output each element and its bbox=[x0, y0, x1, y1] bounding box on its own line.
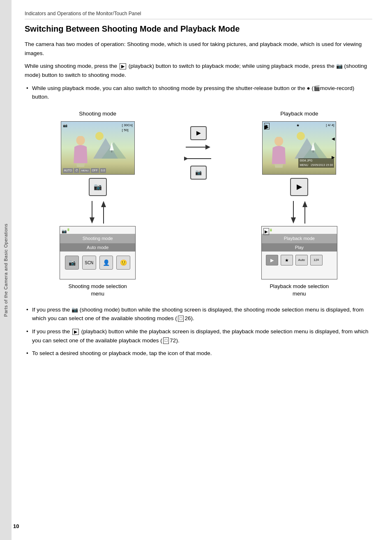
bullet-list: If you press the 📷 (shooting mode) butto… bbox=[25, 305, 372, 358]
playback-filename: 0004.JPG bbox=[300, 159, 312, 162]
shooting-screen: 📷 [ 30Cn][ 50] AUTO ⏱ MENU OFF 0.0 bbox=[61, 121, 135, 175]
auto-icon: AUTO bbox=[63, 168, 73, 173]
svg-point-5 bbox=[76, 136, 85, 145]
playback-button-arrow[interactable]: ▶ bbox=[190, 126, 207, 140]
page-title: Switching Between Shooting Mode and Play… bbox=[25, 23, 372, 34]
playback-count: [ 4/ 4] bbox=[326, 123, 334, 129]
sidebar-label: Parts of the Camera and Basic Operations bbox=[2, 224, 9, 317]
page-ref-icon-2: □ bbox=[178, 316, 184, 322]
bullet2-start: If you press the bbox=[32, 307, 70, 313]
intro-p2-start: While using shooting mode, press the bbox=[25, 63, 117, 69]
playback-icon-bullet3: ▶ bbox=[72, 329, 79, 335]
shooting-menu-icon-smile[interactable]: 🙂 bbox=[116, 256, 130, 270]
person-silhouette-playback bbox=[269, 137, 289, 168]
camera-icon-bullet2: 📷 bbox=[71, 306, 78, 314]
main-content: Indicators and Operations of the Monitor… bbox=[12, 0, 392, 540]
playback-icon-auto[interactable]: Auto bbox=[295, 255, 308, 265]
svg-marker-7 bbox=[90, 217, 95, 224]
playback-menu-title-area: Playback mode Play bbox=[262, 234, 337, 252]
playback-arrow-up: ◀ bbox=[332, 136, 335, 142]
intro-paragraph-1: The camera has two modes of operation: S… bbox=[25, 40, 372, 58]
playback-star: ★ bbox=[296, 123, 300, 129]
main-diagram: Shooting mode bbox=[25, 110, 372, 298]
shooting-menu-icon-camera[interactable]: 📷 bbox=[65, 256, 79, 270]
playback-menu-subtitle: Play bbox=[262, 243, 337, 252]
shooting-btn-area: 📷 bbox=[88, 178, 108, 226]
bullet3-ref: 72 bbox=[170, 337, 176, 344]
sidebar: Parts of the Camera and Basic Operations bbox=[0, 0, 12, 540]
arrow-down-playback bbox=[289, 201, 297, 224]
playback-side-arrows: ◀ ▶ bbox=[332, 136, 335, 160]
menu-icon: MENU bbox=[80, 168, 90, 173]
svg-point-17 bbox=[274, 137, 283, 146]
bullet2-mid: (shooting mode) button while the shootin… bbox=[32, 307, 364, 322]
shooting-selection-label: Shooting mode selection menu bbox=[68, 283, 127, 298]
screen-bottom-bar-shooting: AUTO ⏱ MENU OFF 0.0 bbox=[63, 168, 133, 173]
page: Parts of the Camera and Basic Operations… bbox=[0, 0, 392, 540]
playback-menu-title: Playback mode bbox=[262, 234, 337, 243]
playback-menu-label: MENU 15/05/2013 15:30 bbox=[300, 164, 333, 166]
playback-screen: ▶ ★ [ 4/ 4] ◀ ▶ 0004.JPG MENU 15/05/2013… bbox=[262, 121, 336, 175]
playback-selection-label: Playback mode selection menu bbox=[270, 283, 329, 298]
intro-paragraph-2: While using shooting mode, press the ▶ (… bbox=[25, 62, 372, 79]
bullet-item-2: If you press the 📷 (shooting mode) butto… bbox=[25, 305, 372, 323]
screen-info: [ 30Cn][ 50] bbox=[122, 123, 133, 133]
playback-icon-inline: ▶ bbox=[120, 63, 126, 69]
shooting-mode-label: Shooting mode bbox=[79, 110, 116, 118]
shooting-menu-icon-scene[interactable]: SCN bbox=[82, 256, 96, 270]
svg-marker-19 bbox=[291, 217, 296, 224]
camera-icon-inline: 📷 bbox=[336, 62, 343, 71]
battery-indicator: 🔋 bbox=[67, 228, 70, 232]
bullet3-start: If you press the bbox=[32, 328, 70, 335]
playback-mode-label: Playback mode bbox=[280, 110, 318, 118]
person-silhouette-shooting bbox=[69, 136, 92, 167]
bullet2-end: ). bbox=[191, 315, 194, 321]
bullet-item-4: To select a desired shooting or playback… bbox=[25, 349, 372, 358]
screen-top-bar-shooting: 📷 [ 30Cn][ 50] bbox=[63, 123, 133, 133]
shooting-bottom-icons: AUTO ⏱ MENU OFF 0.0 bbox=[63, 168, 106, 173]
playback-menu-icons-row: ▶ ★ Auto 12≡ bbox=[262, 252, 337, 269]
shooting-menu-corner-icon: 📷 bbox=[62, 228, 67, 234]
bullet1-movie-icon: 🎬 bbox=[314, 85, 320, 91]
arrow-right-svg bbox=[184, 143, 213, 152]
playback-info-bar: 0004.JPG MENU 15/05/2013 15:30 bbox=[298, 158, 334, 168]
adjust-icon: 0.0 bbox=[100, 168, 106, 173]
arrow-up-playback bbox=[301, 201, 309, 224]
bullet3-mid: (playback) button while the playback scr… bbox=[32, 328, 368, 344]
playback-icon-play[interactable]: ▶ bbox=[266, 255, 278, 265]
camera-button-arrow[interactable]: 📷 bbox=[190, 166, 207, 180]
bullet2-ref: 26 bbox=[184, 315, 191, 321]
playback-cam-icon: ▶ bbox=[264, 123, 269, 132]
arrows-middle: ▶ 📷 bbox=[174, 110, 223, 180]
bullet4-text: To select a desired shooting or playback… bbox=[32, 349, 372, 358]
playback-mode-button[interactable]: ▶ bbox=[290, 178, 308, 196]
down-up-arrows-shooting bbox=[88, 201, 108, 224]
shooting-mode-button[interactable]: 📷 bbox=[89, 178, 107, 196]
off-icon: OFF bbox=[91, 168, 99, 173]
bullet3-end: ). bbox=[176, 337, 179, 344]
arrow-left-svg bbox=[184, 154, 213, 163]
playback-icon-star[interactable]: ★ bbox=[281, 255, 293, 265]
switch-arrows: ▶ 📷 bbox=[184, 126, 213, 180]
playback-menu-corner-icon: ▶ bbox=[263, 228, 269, 235]
svg-point-2 bbox=[95, 132, 104, 140]
playback-menu-screen: ▶ 🔋 Playback mode Play ▶ ★ Auto 12≡ bbox=[261, 226, 337, 279]
playback-mode-column: Playback mode bbox=[226, 110, 372, 298]
page-number: 10 bbox=[13, 522, 19, 531]
page-ref-icon-3: □ bbox=[163, 337, 169, 344]
playback-screen-top: ▶ ★ [ 4/ 4] bbox=[264, 123, 334, 129]
bullet-item-1: While using playback mode, you can also … bbox=[25, 84, 372, 102]
arrow-up-shooting bbox=[99, 201, 108, 224]
playback-btn-area: ▶ bbox=[289, 178, 309, 226]
shooting-menu-title-bar: Shooting mode Auto mode bbox=[60, 234, 135, 252]
shooting-menu-icon-portrait[interactable]: 👤 bbox=[99, 256, 113, 270]
shooting-mode-column: Shooting mode bbox=[25, 110, 171, 298]
down-up-arrows-playback bbox=[289, 201, 309, 224]
shooting-menu-subtitle: Auto mode bbox=[60, 243, 135, 252]
cam-icon: 📷 bbox=[63, 123, 67, 133]
shooting-menu-icons-row: 📷 SCN 👤 🙂 bbox=[60, 252, 135, 274]
playback-icon-list[interactable]: 12≡ bbox=[310, 255, 323, 265]
playback-mountain-scene bbox=[295, 130, 332, 159]
timer-icon: ⏱ bbox=[74, 168, 79, 173]
intro-p2-mid: (playback) button to switch to playback … bbox=[129, 63, 334, 69]
